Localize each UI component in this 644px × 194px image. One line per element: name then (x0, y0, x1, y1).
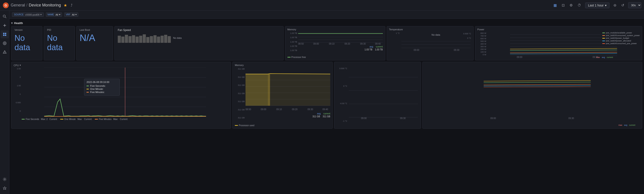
power-ylabel-100: 100 W (478, 51, 486, 53)
power-label-consumed-poe: poe_switch/consumed_poe_power (606, 42, 637, 44)
power-ylabel-700: 700 W (478, 35, 486, 37)
fan-speed-title: Fan Speed (118, 28, 280, 32)
svg-line-89 (484, 87, 591, 87)
cpu-chevron-icon[interactable]: ▾ (20, 64, 21, 67)
sidebar-item-search[interactable] (1, 12, 9, 20)
memory-2-chart: 08:50 09:00 09:10 09:20 09:30 09:40 (246, 67, 330, 112)
mem1-ylabel-2: 1.03 TB (288, 36, 297, 38)
temp-ylabel-mid: 0.500 °C (463, 32, 471, 35)
settings-icon[interactable]: ⚙ (569, 2, 574, 8)
power-legend-consumed-sys: poe_switch/consumed_system_power (602, 34, 640, 36)
svg-line-3 (5, 17, 6, 18)
svg-text:09:30: 09:30 (308, 108, 313, 110)
temperature-title: Temperature (389, 28, 471, 31)
cpu-chart: 08:45 08:50 08:55 09:00 09:05 09:10 09:1… (22, 68, 228, 116)
temperature-chart: 09:00 09:30 (401, 39, 471, 51)
svg-text:08:50: 08:50 (298, 42, 304, 45)
svg-point-14 (4, 178, 5, 180)
section-toggle-icon[interactable]: ▾ (11, 22, 13, 25)
mem2-avg-val: 311 GB (312, 115, 320, 118)
name-chevron-icon: ▾ (59, 13, 60, 16)
svg-text:09:00: 09:00 (414, 49, 419, 51)
health-section-header: ▾ Health (11, 20, 642, 26)
sidebar-item-alerts[interactable] (1, 48, 9, 56)
power-ylabel-300: 300 W (478, 46, 486, 48)
svg-point-11 (4, 42, 5, 44)
five-sec-legend-color (22, 119, 25, 120)
cpu-ylabel-100: 1 (14, 93, 21, 95)
mem2-ylabel-5: 311 GB (235, 100, 244, 102)
power-label-budget: poe_switch/power_budget (606, 37, 629, 39)
mem1-legend-item: Processor free (288, 56, 306, 58)
five-min-current: Current: (120, 118, 128, 120)
sidebar-item-add[interactable] (1, 22, 9, 30)
sidebar-item-dashboards[interactable] (1, 30, 9, 38)
memory-panel-1: Memory 1.03 TB 1.03 TB 1.03 TB 1.03 TB 1… (285, 26, 385, 60)
power-ylabel-0: 0 W (478, 54, 486, 56)
clock-icon: ⏱ (577, 2, 582, 8)
svg-text:09:30: 09:30 (454, 49, 459, 51)
five-sec-max: Max: 2 (41, 118, 48, 120)
cpu-title-text: CPU (14, 64, 19, 67)
breadcrumb-general[interactable]: General (11, 3, 25, 8)
fan-bar-14 (164, 35, 167, 43)
fan-bar-6 (136, 36, 139, 43)
svg-text:09:20: 09:20 (292, 108, 298, 110)
share-icon[interactable]: ⤴ (70, 2, 73, 8)
refresh-interval-select[interactable]: 30s 1m 5m (628, 2, 641, 8)
sidebar-item-settings[interactable] (1, 175, 9, 183)
power-current-label: current (607, 56, 613, 58)
memory-1-chart: 08:50 09:00 09:10 09:20 09:30 09:40 (298, 32, 383, 45)
mem1-ylabel-5: 1.03 TB (288, 49, 297, 52)
star-icon[interactable]: ★ (63, 2, 68, 9)
source-filter[interactable]: SOURCE c9300-pod08 ▾ (12, 12, 44, 17)
fan-bar-9 (146, 37, 150, 43)
power-panel: Power 800 W 700 W 600 W 500 W 400 W 300 … (475, 26, 642, 60)
mem1-legend-color (288, 57, 290, 58)
power-legend-available: poe_module/available_power (602, 32, 640, 34)
memory-2-stats: avg current (246, 112, 330, 115)
svg-text:09:10: 09:10 (276, 108, 282, 110)
sidebar-item-admin[interactable] (1, 184, 9, 192)
fan-bar-10 (150, 36, 153, 43)
power-color-consumed-poe (602, 43, 605, 44)
refresh-icon[interactable]: ↺ (620, 2, 625, 8)
mem1-avg-label: avg (370, 46, 373, 48)
power-ylabel-800: 800 W (478, 32, 486, 34)
chart-view-icon[interactable]: ▦ (552, 2, 558, 8)
zoom-out-icon[interactable]: ⊖ (612, 2, 617, 8)
power-bot-max-label: max (618, 124, 622, 126)
cpu-title: CPU ▾ (14, 64, 228, 67)
svg-text:09:00: 09:00 (490, 117, 496, 120)
svg-point-13 (4, 53, 5, 53)
one-min-legend-label: One Minute (64, 118, 76, 120)
pid-panel: PID No data (44, 26, 75, 60)
cpu-legend-five-min: Five Minutes Max: Current: (95, 118, 128, 120)
time-range-button[interactable]: Last 1 hour ▾ (585, 2, 610, 8)
cpu-legend-five-sec: Five Seconds Max: 2 Current: (22, 118, 58, 120)
fan-bar-11 (154, 35, 156, 43)
cpu-legend-one-min: One Minute Max: Current: (60, 118, 92, 120)
power-ylabel-200: 200 W (478, 48, 486, 50)
power-color-budget (602, 38, 605, 38)
memory-1-legend: Processor free (288, 55, 383, 58)
name-filter[interactable]: NAME All ▾ (46, 12, 62, 17)
power-ylabel-600: 600 W (478, 38, 486, 40)
svg-line-39 (510, 50, 617, 50)
svg-text:G: G (5, 4, 7, 7)
temperature-bottom-chart: 09:00 09:30 (348, 64, 418, 120)
memory-1-title: Memory (288, 28, 383, 31)
vrf-filter[interactable]: VRF All ▾ (64, 12, 78, 17)
fan-bar-7 (139, 36, 142, 43)
svg-text:09:00: 09:00 (517, 56, 522, 58)
five-min-max: Max: (113, 118, 118, 120)
temperature-bottom-panel: 0.500 °C 0 °C -0.50 °C -1 °C 09:00 09:30 (334, 62, 421, 129)
sidebar-item-explore[interactable] (1, 39, 9, 47)
breadcrumb-active: Device Monitoring (29, 3, 61, 8)
one-min-current: Current: (84, 118, 92, 120)
mem2-ylabel-1: 311 GB (235, 68, 244, 70)
camera-icon[interactable]: ⊡ (561, 2, 566, 8)
temp-bot-ylabel-2: 0 °C (336, 85, 347, 87)
sidebar (0, 11, 9, 194)
five-min-legend-color (95, 119, 98, 120)
